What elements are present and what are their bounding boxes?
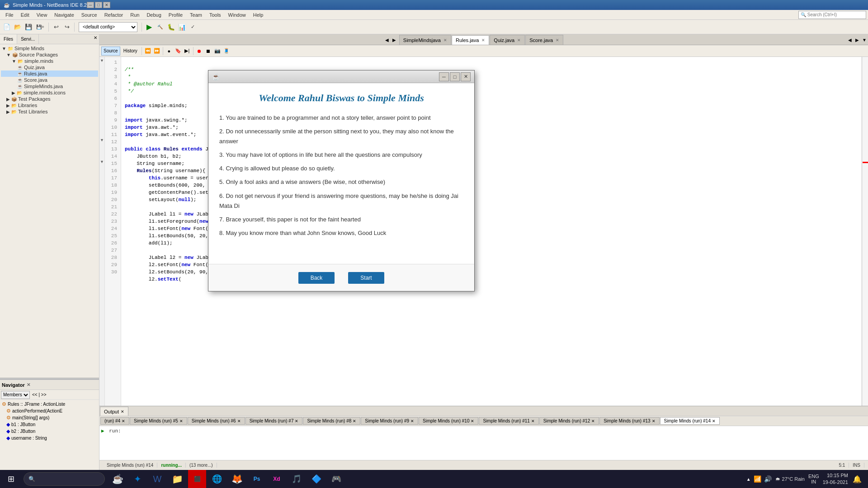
menu-source[interactable]: Source (78, 11, 101, 19)
tree-quiz-java[interactable]: ☕ Quiz.java (1, 64, 98, 70)
menu-team[interactable]: Team (186, 11, 206, 19)
tab-simpleminds-close[interactable]: ✕ (443, 38, 447, 42)
clean-build-btn[interactable]: 🔨 (155, 22, 165, 32)
run-6-close[interactable]: ✕ (237, 419, 241, 423)
sys-volume-icon[interactable]: 🔊 (764, 475, 772, 483)
undo-btn[interactable]: ↩ (51, 22, 61, 32)
start-button[interactable]: Start (348, 272, 384, 284)
run-tab-9[interactable]: Simple Minds (run) #9 ✕ (361, 417, 418, 425)
tree-test-libraries[interactable]: ▶ 📂 Test Libraries (1, 108, 98, 115)
tree-icons-pkg[interactable]: ▶ 📂 simple.minds.icons (1, 89, 98, 96)
run-5-close[interactable]: ✕ (179, 419, 183, 423)
back-button[interactable]: Back (298, 272, 335, 284)
debug-btn[interactable]: 🐛 (166, 22, 176, 32)
config-select[interactable]: <default config> (79, 22, 137, 32)
run-9-close[interactable]: ✕ (410, 419, 414, 423)
tree-rules-java[interactable]: ☕ Rules.java (1, 70, 98, 77)
taskbar-icon-vscode[interactable]: ✦ (128, 470, 146, 488)
menu-refactor[interactable]: Refactor (101, 11, 127, 19)
nav-filter-btn[interactable]: << | >> (31, 391, 48, 399)
save-all-btn[interactable]: 💾+ (34, 22, 46, 32)
nav-item-b2[interactable]: ◆ b2 : JButton (1, 428, 98, 435)
st-thread-btn[interactable]: 🧵 (222, 47, 231, 55)
output-tab-close[interactable]: ✕ (121, 409, 124, 414)
navigator-close-btn[interactable]: ✕ (27, 382, 30, 387)
tab-score-close[interactable]: ✕ (556, 38, 559, 42)
tab-left-btn[interactable]: ◀ (383, 35, 391, 45)
taskbar-icon-app10[interactable]: 🔷 (307, 470, 326, 488)
st-run-to-cursor-btn[interactable]: ▶| (183, 47, 191, 55)
notification-btn[interactable]: 🔔 (852, 475, 863, 483)
taskbar-icon-terminal[interactable]: ⬛ (188, 470, 206, 488)
close-button[interactable]: ✕ (103, 2, 110, 8)
start-button-taskbar[interactable]: ⊞ (0, 470, 22, 488)
tree-project-root[interactable]: ▼ 📁 Simple Minds (1, 45, 98, 52)
taskbar-icon-app7[interactable]: 🦊 (228, 470, 246, 488)
run-12-close[interactable]: ✕ (591, 419, 595, 423)
run-tab-11[interactable]: Simple Minds (run) #11 ✕ (479, 417, 538, 425)
dialog-maximize-btn[interactable]: □ (450, 72, 460, 81)
sidebar-close-btn[interactable]: ✕ (92, 34, 99, 44)
menu-debug[interactable]: Debug (143, 11, 165, 19)
taskbar-icon-files[interactable]: 📁 (168, 470, 186, 488)
tab-scroll-left-arrow[interactable]: ◀ (846, 35, 854, 45)
tree-libraries[interactable]: ▶ 📂 Libraries (1, 102, 98, 108)
run-tab-8[interactable]: Simple Minds (run) #8 ✕ (303, 417, 360, 425)
nav-item-b1[interactable]: ◆ b1 : JButton (1, 421, 98, 428)
taskbar-icon-chrome[interactable]: 🌐 (208, 470, 226, 488)
tab-rules[interactable]: Rules.java ✕ (452, 35, 489, 45)
nav-item-action[interactable]: ⚙ actionPerformed(ActionE (1, 408, 98, 414)
menu-navigate[interactable]: Navigate (51, 11, 77, 19)
tab-services[interactable]: Servi... (17, 34, 39, 44)
new-file-btn[interactable]: 📄 (2, 22, 12, 32)
menu-edit[interactable]: Edit (17, 11, 33, 19)
dialog-minimize-btn[interactable]: ─ (439, 72, 449, 81)
tab-score[interactable]: Score.java ✕ (525, 35, 563, 45)
st-next-btn[interactable]: ⏩ (153, 47, 161, 55)
tab-dropdown-btn[interactable]: ▼ (861, 35, 868, 45)
st-stop-btn[interactable]: ⏹ (204, 47, 212, 55)
tab-files[interactable]: Files (0, 34, 17, 44)
nav-filter-select[interactable]: Members (1, 391, 30, 399)
run-13-close[interactable]: ✕ (652, 419, 656, 423)
tab-quiz-close[interactable]: ✕ (517, 38, 521, 42)
run-tab-12[interactable]: Simple Minds (run) #12 ✕ (539, 417, 599, 425)
run-tab-7[interactable]: Simple Minds (run) #7 ✕ (245, 417, 303, 425)
run-10-close[interactable]: ✕ (471, 419, 474, 423)
st-toggle-bookmark-btn[interactable]: 🔖 (174, 47, 182, 55)
save-btn[interactable]: 💾 (24, 22, 33, 32)
taskbar-icon-app9[interactable]: 🎵 (288, 470, 306, 488)
tree-package[interactable]: ▼ 📂 simple.minds (1, 58, 98, 64)
taskbar-icon-xd[interactable]: Xd (268, 470, 286, 488)
taskbar-icon-ps[interactable]: Ps (248, 470, 266, 488)
tab-scroll-right-arrow[interactable]: ▶ (854, 35, 861, 45)
nav-item-username[interactable]: ◆ username : String (1, 435, 98, 441)
minimize-button[interactable]: ─ (87, 2, 94, 8)
tab-rules-close[interactable]: ✕ (481, 38, 485, 42)
run-4-close[interactable]: ✕ (122, 419, 125, 423)
tab-output[interactable]: Output ✕ (100, 407, 128, 416)
taskbar-icon-app11[interactable]: 🎮 (327, 470, 345, 488)
run-project-btn[interactable]: ▶ (144, 22, 154, 32)
st-snapshot-btn[interactable]: 📷 (213, 47, 222, 55)
taskbar-icon-netbeans[interactable]: ☕ (108, 470, 127, 488)
menu-help[interactable]: Help (250, 11, 267, 19)
source-tab-btn[interactable]: Source (101, 47, 120, 56)
run-tab-14[interactable]: Simple Minds (run) #14 ✕ (660, 417, 720, 425)
tree-score-java[interactable]: ☕ Score.java (1, 77, 98, 83)
global-search[interactable] (798, 11, 866, 19)
taskbar-search[interactable]: 🔍 (24, 472, 105, 486)
tab-simpleminds[interactable]: SimpleMindsjava ✕ (399, 35, 451, 45)
sys-expand-icon[interactable]: ▲ (746, 477, 751, 482)
tab-quiz[interactable]: Quiz.java ✕ (490, 35, 525, 45)
nav-item-class[interactable]: ⚙ Rules :: JFrame : ActionListe (1, 401, 98, 408)
nav-item-main[interactable]: ⚙ main(String[] args) (1, 414, 98, 421)
run-14-close[interactable]: ✕ (712, 419, 716, 423)
profile-btn[interactable]: 📊 (177, 22, 187, 32)
fold-1[interactable]: ▼ (99, 57, 104, 64)
menu-file[interactable]: File (2, 11, 17, 19)
run-tab-4[interactable]: (run) #4 ✕ (100, 417, 129, 425)
sys-network-icon[interactable]: 📶 (754, 475, 761, 483)
dialog-close-btn[interactable]: ✕ (461, 72, 471, 81)
run-tab-6[interactable]: Simple Minds (run) #6 ✕ (188, 417, 245, 425)
